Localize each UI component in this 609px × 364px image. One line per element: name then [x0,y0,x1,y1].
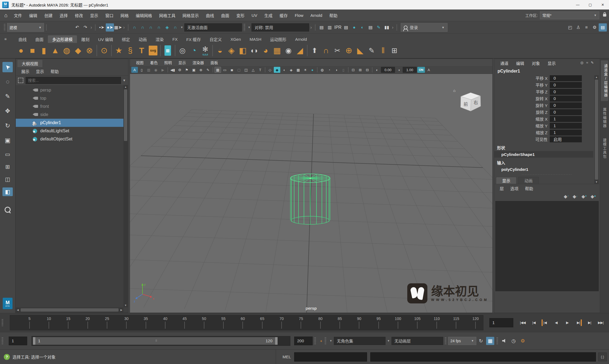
shelf-menu-icon[interactable]: ≡ [4,37,7,41]
script-editor-icon[interactable]: {;} [598,353,607,361]
go-to-end-button[interactable]: ▶▶| [595,318,606,328]
menu-item[interactable]: 显示 [86,12,102,18]
channel-value-field[interactable]: 0 [550,89,582,95]
view-cube-home-icon[interactable]: ⌂ [453,88,455,93]
animation-end-field[interactable] [294,337,313,345]
rotate-tool-icon[interactable]: ↻ [2,121,13,131]
channel-value-field[interactable]: 0 [550,96,582,102]
move-layer-up-icon[interactable]: ◆↑ [564,194,569,199]
platonic-solid-icon[interactable]: ⊙ [98,45,110,57]
redo-icon[interactable]: ↷ [81,23,89,32]
dof-icon[interactable]: ▯ [340,67,347,73]
channel-box-scrollbar[interactable]: ▲ ▼ [594,75,599,184]
boolean-icon[interactable]: ◉ [283,45,294,57]
aovs-label[interactable]: A [425,67,432,73]
menu-item[interactable]: 创建 [41,12,56,18]
ssao-icon[interactable]: ◍ [319,67,325,73]
poly-plane-icon[interactable]: ◆ [72,45,84,57]
viewport-menu-item[interactable]: 面板 [207,60,221,65]
menu-item[interactable]: 曲线 [202,12,217,18]
super-shape-icon[interactable]: ★ [113,45,125,57]
view-cube[interactable]: ⌂ 前 右 [457,89,484,117]
outliner-item[interactable]: top [16,94,123,102]
viewport-panel[interactable]: 视图着色照明显示渲染器面板 A▯▥◉▶◀▮⚙⚑▣⊕✎▦▭◙▢◫△T◇◆◖◈▩☀●… [130,59,493,313]
channel-value-field[interactable]: 0 [550,82,582,88]
input-node[interactable]: polyCylinder1 [494,166,593,172]
bridge-icon[interactable]: ∩ [320,45,332,57]
bookmark-icon[interactable]: ⚑ [184,67,190,73]
gate-icon[interactable]: ▯ [138,67,145,73]
channel-manip-icon[interactable]: ◎ [580,61,583,65]
menu-item[interactable]: Arnold [307,13,326,18]
animation-prefs-icon[interactable]: ⚙ [519,337,527,345]
wireframe-on-shaded-icon[interactable]: ◈ [288,67,294,73]
command-line-result[interactable] [370,352,596,362]
type-text-icon[interactable]: T [136,45,147,57]
shelf-tab[interactable]: 运动图形 [266,35,291,43]
workspace-select[interactable]: 常规* ▼ [540,11,599,19]
textured-icon[interactable]: ▩ [295,67,302,73]
separate-icon[interactable]: ◈ [226,45,237,57]
menu-item[interactable]: 编辑 [26,12,41,18]
paint-effects-icon[interactable]: ✎ [375,23,383,32]
layer-menu-item[interactable]: 帮助 [522,186,536,191]
outliner-item[interactable]: pCylinder1 [16,119,123,127]
make-live-icon[interactable]: ∩ [171,23,179,32]
zoom-tool-icon[interactable] [2,205,13,214]
viewport-canvas[interactable]: ⌂ 前 右 y x [130,74,492,313]
xray-active-icon[interactable]: ⊟ [364,67,371,73]
combine-icon[interactable]: ◒ [214,45,226,57]
select-tool-icon[interactable]: ➤ [2,62,13,72]
step-forward-key-button[interactable]: ▶| [573,318,584,328]
subdivide-icon[interactable]: ▦ [271,45,283,57]
auto-keyframe-icon[interactable]: ▦ [486,337,494,345]
bevel-icon[interactable]: ◣ [355,45,366,57]
poly-torus-icon[interactable]: ◍ [61,45,72,57]
menu-item[interactable]: 变形 [233,12,248,18]
grid-icon[interactable]: ▦ [215,67,221,73]
range-start-handle[interactable] [33,337,35,345]
fps-select[interactable]: 24 fps ▼ [448,337,476,345]
outliner-item[interactable]: side [16,111,123,119]
poly-sphere-icon[interactable]: ● [15,45,27,57]
snap-view-plane-icon[interactable]: ◈ [163,23,171,32]
offset-edge-loop-icon[interactable]: ⊞ [389,45,400,57]
render-region-icon[interactable]: ◉ [153,67,159,73]
outliner-item[interactable]: defaultObjectSet [16,135,123,143]
channel-box-menu-item[interactable]: 对象 [528,60,544,66]
chevron-down-icon[interactable]: ▼ [387,339,390,342]
snap-curve-icon[interactable]: ∩ [139,23,147,32]
shelf-tab[interactable]: UV 编辑 [94,35,117,43]
gate-mask-icon[interactable]: ▢ [236,67,242,73]
xray-icon[interactable]: ⊞ [357,67,363,73]
sweep-mesh-icon[interactable]: § [125,45,136,57]
play-blast-icon[interactable]: ▶ [160,67,166,73]
current-frame-field[interactable] [489,318,513,327]
shelf-tab[interactable]: Arnold [291,35,311,43]
viewport-menu-item[interactable]: 渲染器 [189,60,207,65]
channel-box-menu-item[interactable]: 通道 [496,60,512,66]
maximize-button[interactable]: ▢ [584,0,596,10]
play-backwards-button[interactable]: ◀ [551,318,562,328]
step-back-frame-button[interactable]: |◀ [528,318,539,328]
viewport-menu-item[interactable]: 视图 [133,60,147,65]
workspace-lock-icon[interactable] [603,14,606,17]
shelf-tab[interactable]: 曲面 [31,35,48,43]
image-plane-icon[interactable]: ▣ [191,67,197,73]
tool-settings-icon[interactable]: ≡ [582,23,591,32]
multi-cut-icon[interactable]: ✂ [332,45,343,57]
channel-value-field[interactable]: 1 [550,116,582,122]
menu-item[interactable]: Flow [291,13,307,18]
menu-item[interactable]: 网格工具 [156,12,179,18]
outliner-search-input[interactable] [26,77,121,84]
channel-value-field[interactable]: 0 [550,102,582,108]
step-forward-frame-button[interactable]: ▶| [584,318,595,328]
quad-draw-icon[interactable]: ✎ [366,45,377,57]
anti-aliasing-icon[interactable]: ◑ [333,67,340,73]
smooth-shade-icon[interactable]: ◆ [274,67,280,73]
snap-point-icon[interactable]: ∩ [147,23,155,32]
outliner-menu-item[interactable]: 展示 [18,68,33,74]
time-slider[interactable]: 5101520253035404550556065707580859095100… [10,315,483,330]
viewport-menu-item[interactable]: 照明 [161,60,175,65]
tab-layer-anim[interactable]: 动画 [518,177,539,184]
